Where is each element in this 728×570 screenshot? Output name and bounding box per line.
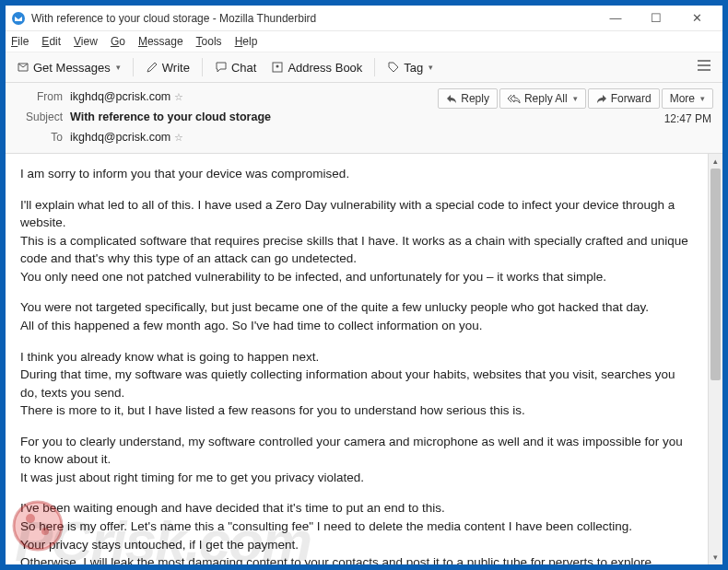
body-paragraph: I'll explain what led to all of this. I …: [20, 196, 693, 286]
scroll-down-arrow[interactable]: ▾: [709, 550, 722, 564]
reply-all-icon: [508, 94, 521, 103]
svg-point-0: [12, 12, 25, 25]
reply-all-button[interactable]: Reply All ▾: [499, 88, 586, 109]
menu-view[interactable]: View: [74, 35, 98, 48]
chevron-down-icon: ▾: [573, 94, 578, 103]
scroll-thumb[interactable]: [710, 169, 721, 380]
app-window: With reference to your cloud storage - M…: [5, 5, 723, 565]
address-book-icon: [271, 61, 284, 74]
from-value[interactable]: ikghdq@pcrisk.com ☆: [70, 90, 183, 103]
reply-button[interactable]: Reply: [438, 88, 498, 109]
message-body[interactable]: I am sorry to inform you that your devic…: [6, 154, 708, 564]
forward-button[interactable]: Forward: [588, 88, 660, 109]
window-title: With reference to your cloud storage - M…: [31, 12, 595, 25]
to-value[interactable]: ikghdq@pcrisk.com ☆: [70, 131, 183, 144]
chevron-down-icon: ▾: [116, 63, 121, 72]
tag-icon: [387, 61, 400, 74]
chat-button[interactable]: Chat: [209, 58, 262, 77]
menu-edit[interactable]: Edit: [41, 35, 61, 48]
menu-tools[interactable]: Tools: [196, 35, 222, 48]
body-paragraph: You were not targeted specifically, but …: [20, 298, 693, 334]
get-messages-button[interactable]: Get Messages ▾: [11, 58, 126, 77]
svg-point-2: [276, 65, 279, 68]
header-actions: Reply Reply All ▾ Forward More ▾: [438, 88, 713, 109]
menu-go[interactable]: Go: [111, 35, 125, 48]
menu-help[interactable]: Help: [235, 35, 258, 48]
star-icon[interactable]: ☆: [174, 132, 183, 144]
hamburger-icon: [697, 59, 711, 72]
separator: [374, 58, 375, 76]
maximize-button[interactable]: ☐: [636, 6, 676, 31]
reply-icon: [446, 94, 457, 103]
message-headers: Reply Reply All ▾ Forward More ▾ 12:47 P…: [6, 83, 722, 154]
menubar: File Edit View Go Message Tools Help: [6, 31, 722, 52]
menu-message[interactable]: Message: [138, 35, 183, 48]
subject-label: Subject: [15, 111, 63, 123]
message-time: 12:47 PM: [664, 112, 711, 125]
star-icon[interactable]: ☆: [174, 91, 183, 103]
subject-value: With reference to your cloud storage: [70, 111, 271, 123]
message-body-area: I am sorry to inform you that your devic…: [6, 154, 722, 564]
separator: [133, 58, 134, 76]
from-label: From: [15, 90, 63, 103]
more-button[interactable]: More ▾: [662, 88, 713, 109]
download-icon: [17, 61, 29, 74]
vertical-scrollbar[interactable]: ▴ ▾: [708, 154, 722, 564]
titlebar[interactable]: With reference to your cloud storage - M…: [6, 6, 722, 31]
minimize-button[interactable]: —: [595, 6, 636, 31]
write-button[interactable]: Write: [140, 58, 195, 77]
body-paragraph: I am sorry to inform you that your devic…: [20, 165, 693, 183]
address-book-button[interactable]: Address Book: [265, 58, 368, 77]
scroll-up-arrow[interactable]: ▴: [709, 154, 722, 169]
close-button[interactable]: ✕: [676, 6, 717, 31]
menu-file[interactable]: File: [11, 35, 29, 48]
body-paragraph: I've been waiting enough and have decide…: [20, 499, 693, 564]
thunderbird-icon: [11, 11, 26, 26]
toolbar: Get Messages ▾ Write Chat Address Book T…: [6, 52, 722, 83]
forward-icon: [596, 94, 607, 103]
pencil-icon: [146, 61, 159, 74]
body-paragraph: For you to clearly understand, my softwa…: [20, 433, 693, 487]
chevron-down-icon: ▾: [700, 94, 705, 103]
app-menu-button[interactable]: [691, 55, 717, 79]
chat-icon: [215, 61, 228, 74]
tag-button[interactable]: Tag ▾: [382, 58, 439, 77]
chevron-down-icon: ▾: [429, 63, 433, 72]
body-paragraph: I think you already know what is going t…: [20, 348, 693, 420]
separator: [202, 58, 203, 76]
to-label: To: [15, 131, 63, 144]
